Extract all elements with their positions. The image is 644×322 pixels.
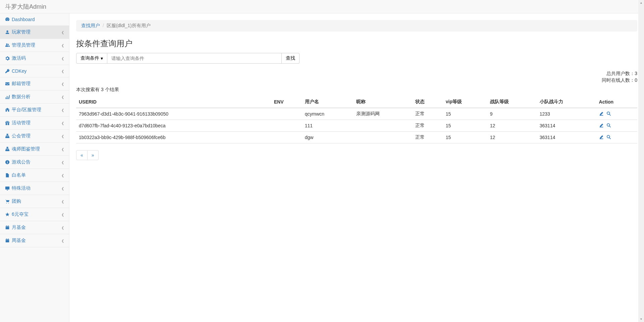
sidebar-item-6[interactable]: 数据分析❮ <box>0 90 69 104</box>
cell-action <box>596 108 637 120</box>
th-userid: USERID <box>76 96 271 108</box>
sidebar-item-14[interactable]: 团购❮ <box>0 195 69 208</box>
building-icon <box>5 108 10 112</box>
sidebar-item-label: 数据分析 <box>12 94 31 100</box>
sidebar-item-8[interactable]: 活动管理❮ <box>0 117 69 130</box>
chevron-left-icon: ❮ <box>61 108 64 112</box>
th-status: 状态 <box>413 96 443 108</box>
gear-icon <box>5 56 10 61</box>
edit-icon[interactable] <box>599 123 604 129</box>
sidebar-item-label: 魂师图鉴管理 <box>12 146 40 152</box>
breadcrumb-link[interactable]: 查找用户 <box>81 23 100 29</box>
online-users-stat: 同时在线人数：0 <box>76 77 637 84</box>
cell-status: 正常 <box>413 132 443 143</box>
sidebar-item-label: 玩家管理 <box>12 29 31 35</box>
chevron-left-icon: ❮ <box>61 95 64 99</box>
sidebar-item-1[interactable]: 玩家管理❮ <box>0 26 69 39</box>
search-icon[interactable] <box>606 135 611 140</box>
cell-team-level: 9 <box>487 108 537 120</box>
pagination-prev-button[interactable]: « <box>76 150 88 160</box>
cell-action <box>596 120 637 132</box>
chevron-left-icon: ❮ <box>61 69 64 73</box>
sidebar-item-10[interactable]: 魂师图鉴管理❮ <box>0 143 69 156</box>
sidebar-item-5[interactable]: 邮箱管理❮ <box>0 77 69 90</box>
chevron-left-icon: ❮ <box>61 121 64 125</box>
th-nickname: 昵称 <box>354 96 413 108</box>
results-info: 本次搜索有 3 个结果 <box>76 87 637 93</box>
scrollbar-up-icon[interactable]: ▲ <box>638 0 644 6</box>
sidebar-item-2[interactable]: 管理员管理❮ <box>0 39 69 52</box>
sidebar-item-label: 公会管理 <box>12 133 31 139</box>
sidebar-item-13[interactable]: 特殊活动❮ <box>0 182 69 195</box>
breadcrumb-current: 区服(dldl_1)所有用户 <box>107 23 151 29</box>
sidebar-item-label: 活动管理 <box>12 120 31 126</box>
table-row: d7d607fb-7fad-4c40-9123-e0a7bd10beca111正… <box>76 120 637 132</box>
sidebar-item-7[interactable]: 平台/区服管理❮ <box>0 104 69 117</box>
chevron-left-icon: ❮ <box>61 82 64 86</box>
th-vip-level: vip等级 <box>443 96 487 108</box>
search-input[interactable] <box>107 53 282 64</box>
sidebar-item-label: 平台/区服管理 <box>12 107 41 113</box>
main-content: 查找用户 / 区服(dldl_1)所有用户 按条件查询用户 查询条件 ▾ 查找 … <box>69 13 644 322</box>
stats: 总共用户数：3 同时在线人数：0 <box>76 70 637 83</box>
edit-icon[interactable] <box>599 135 604 140</box>
cell-team-power: 363114 <box>537 120 596 132</box>
sidebar-item-4[interactable]: CDKey❮ <box>0 65 69 77</box>
edit-icon[interactable] <box>599 111 604 117</box>
sidebar-item-16[interactable]: 月基金❮ <box>0 221 69 234</box>
sidebar-item-11[interactable]: 游戏公告❮ <box>0 156 69 169</box>
cell-status: 正常 <box>413 120 443 132</box>
cell-vip-level: 15 <box>443 132 487 143</box>
cell-team-level: 12 <box>487 120 537 132</box>
chevron-left-icon: ❮ <box>61 44 64 47</box>
sidebar-item-0[interactable]: Dashboard <box>0 13 69 26</box>
search-dropdown-button[interactable]: 查询条件 ▾ <box>76 53 107 64</box>
search-icon[interactable] <box>606 111 611 117</box>
search-button[interactable]: 查找 <box>282 53 300 64</box>
th-team-level: 战队等级 <box>487 96 537 108</box>
search-icon[interactable] <box>606 123 611 129</box>
cell-nickname <box>354 120 413 132</box>
scrollbar[interactable]: ▲ ▼ <box>638 0 644 322</box>
key-icon <box>5 69 10 73</box>
cell-nickname <box>354 132 413 143</box>
sidebar-item-label: 周基金 <box>12 238 26 244</box>
sidebar-item-label: 团购 <box>12 198 21 204</box>
sidebar-item-label: 激活码 <box>12 55 26 61</box>
sidebar-item-label: 白名单 <box>12 172 26 178</box>
user-icon <box>5 30 10 35</box>
sitemap-icon <box>5 147 10 151</box>
sidebar-item-9[interactable]: 公会管理❮ <box>0 130 69 143</box>
tv-icon <box>5 186 10 191</box>
sidebar-item-label: Dashboard <box>12 17 35 22</box>
pagination: « » <box>76 150 637 160</box>
dashboard-icon <box>5 17 10 22</box>
search-bar: 查询条件 ▾ 查找 <box>76 53 637 64</box>
search-dropdown-label: 查询条件 <box>80 55 99 61</box>
sidebar-item-12[interactable]: 白名单❮ <box>0 169 69 182</box>
sidebar-item-label: 游戏公告 <box>12 159 31 165</box>
page-title: 按条件查询用户 <box>76 38 637 49</box>
scrollbar-down-icon[interactable]: ▼ <box>638 316 644 322</box>
sidebar-item-15[interactable]: 6元夺宝❮ <box>0 208 69 221</box>
caret-down-icon: ▾ <box>101 56 103 61</box>
sitemap-icon <box>5 134 10 138</box>
cart-icon <box>5 199 10 204</box>
sidebar-item-17[interactable]: 周基金❮ <box>0 234 69 247</box>
chevron-left-icon: ❮ <box>61 213 64 216</box>
cell-userid: 7963d967-d3d1-4b3c-9041-916133b09050 <box>76 108 271 120</box>
cell-username: dgw <box>302 132 354 143</box>
chart-icon <box>5 94 10 99</box>
pagination-next-button[interactable]: » <box>88 150 99 160</box>
cell-nickname: 亲测源码网 <box>354 108 413 120</box>
envelope-icon <box>5 81 10 86</box>
navbar-brand[interactable]: 斗罗大陆Admin <box>5 3 46 11</box>
sidebar-item-label: 邮箱管理 <box>12 81 31 87</box>
chevron-left-icon: ❮ <box>61 147 64 151</box>
sidebar-item-3[interactable]: 激活码❮ <box>0 52 69 65</box>
cell-team-level: 12 <box>487 132 537 143</box>
th-team-power: 小队战斗力 <box>537 96 596 108</box>
chevron-left-icon: ❮ <box>61 200 64 203</box>
breadcrumb-separator: / <box>103 23 104 29</box>
total-users-stat: 总共用户数：3 <box>76 70 637 77</box>
